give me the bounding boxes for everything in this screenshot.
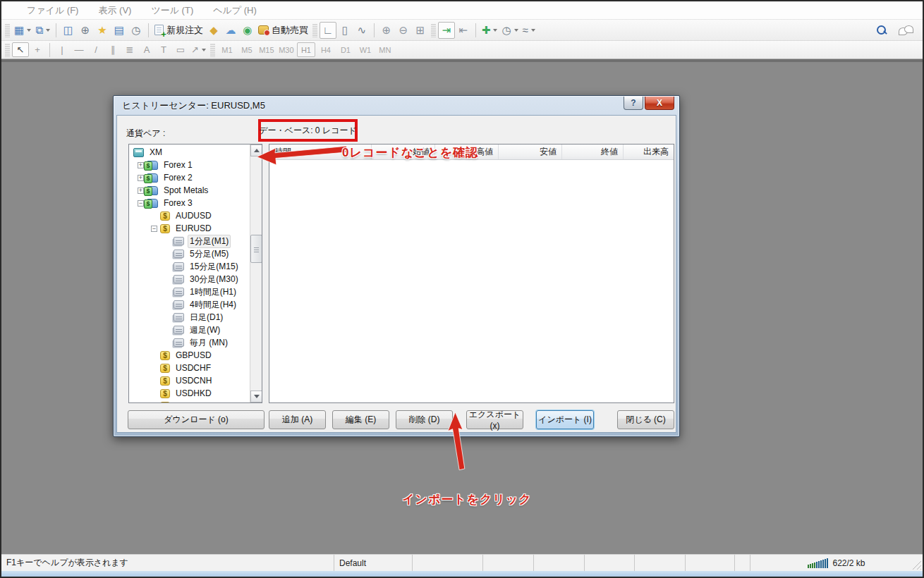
- menu-item-3[interactable]: ヘルプ (H): [203, 1, 267, 20]
- cursor-tool-button[interactable]: ↖: [12, 42, 29, 57]
- timeframe-mn[interactable]: MN: [376, 42, 394, 57]
- expand-plus-icon[interactable]: +: [138, 162, 144, 168]
- tile-windows-button[interactable]: ⊞: [412, 22, 429, 39]
- tree-item-30-m30-[interactable]: 30分足(M30): [129, 273, 250, 285]
- menu-item-0[interactable]: ファイル (F): [17, 1, 88, 20]
- auto-scroll-button[interactable]: ⇥: [438, 22, 455, 39]
- new-order-icon: [154, 25, 164, 35]
- tree-item-audusd[interactable]: $AUDUSD: [129, 209, 250, 222]
- db-icon: [174, 262, 184, 271]
- tree-item--w-[interactable]: 週足(W): [129, 324, 250, 336]
- dialog-help-button[interactable]: ?: [624, 97, 643, 110]
- zoom-in-button[interactable]: ⊕: [378, 22, 395, 39]
- chart-shift-button[interactable]: ⇤: [455, 22, 472, 39]
- toolbar-main: ▦⧉◫⊕★▤◷新規注文◆☁◉自動売買∟▯∿⊕⊖⊞⇥⇤✚◷≈: [1, 20, 923, 41]
- shapes-tool-icon: ▭: [176, 45, 185, 54]
- scroll-up-icon[interactable]: [250, 144, 262, 156]
- signals-button[interactable]: ◉: [239, 22, 256, 39]
- mql-community-button[interactable]: ☁: [222, 22, 239, 39]
- tree-item-usdcnh[interactable]: $USDCNH: [129, 374, 250, 387]
- timeframe-m1[interactable]: M1: [218, 42, 236, 57]
- metaeditor-button[interactable]: ◆: [205, 22, 222, 39]
- text-label-tool-button[interactable]: T: [155, 42, 172, 57]
- terminal-button[interactable]: ▤: [111, 22, 128, 39]
- import-button[interactable]: インポート (I): [536, 410, 594, 429]
- delete-button[interactable]: 削除 (D): [396, 410, 453, 429]
- tree-item-15-m15-[interactable]: 15分足(M15): [129, 260, 250, 273]
- new-order-button[interactable]: 新規注文: [152, 22, 205, 39]
- column-header-4[interactable]: 安値: [499, 144, 562, 159]
- trendline-tool-button[interactable]: /: [87, 42, 104, 57]
- status-profile[interactable]: Default: [334, 555, 413, 571]
- crosshair-tool-button[interactable]: +: [29, 42, 46, 57]
- toolbar-grip: [5, 23, 10, 37]
- timeframe-h4[interactable]: H4: [317, 42, 335, 57]
- edit-button[interactable]: 編集 (E): [332, 410, 389, 429]
- tree-item-usdhuf[interactable]: $USDHUF: [129, 400, 250, 403]
- templates-button[interactable]: ≈: [521, 22, 537, 39]
- text-tool-button[interactable]: A: [138, 42, 155, 57]
- scroll-down-icon[interactable]: [250, 391, 262, 402]
- tree-item-1-m1-[interactable]: 1分足(M1): [129, 235, 250, 247]
- timeframe-m30[interactable]: M30: [277, 42, 296, 57]
- vertical-line-tool-button[interactable]: |: [54, 42, 71, 57]
- profiles-button[interactable]: ⧉: [33, 22, 52, 39]
- close-button[interactable]: 閉じる (C): [617, 410, 674, 429]
- menu-item-1[interactable]: 表示 (V): [88, 1, 141, 20]
- timeframe-h1[interactable]: H1: [297, 42, 315, 57]
- tree-item-usdhkd[interactable]: $USDHKD: [129, 387, 250, 400]
- dialog-title: ヒストリーセンター: EURUSD,M5: [122, 96, 265, 115]
- tree-item-gbpusd[interactable]: $GBPUSD: [129, 349, 250, 362]
- scrollbar-thumb[interactable]: [250, 235, 262, 263]
- candlestick-chart-button[interactable]: ▯: [336, 22, 353, 39]
- tree-item-xm[interactable]: XM: [129, 146, 250, 159]
- line-chart-button[interactable]: ∿: [353, 22, 370, 39]
- channel-tool-button[interactable]: ∥: [104, 42, 121, 57]
- shapes-tool-button[interactable]: ▭: [172, 42, 189, 57]
- new-chart-button[interactable]: ▦: [12, 22, 33, 39]
- expand-plus-icon[interactable]: +: [138, 187, 144, 194]
- search-icon[interactable]: [876, 25, 887, 36]
- column-header-5[interactable]: 終値: [562, 144, 624, 159]
- zoom-out-button[interactable]: ⊖: [395, 22, 412, 39]
- timeframe-d1[interactable]: D1: [336, 42, 355, 57]
- tree-item-4-h4-[interactable]: 4時間足(H4): [129, 298, 250, 311]
- crosshair-tool-icon: +: [35, 45, 40, 54]
- horizontal-line-tool-button[interactable]: —: [71, 42, 87, 57]
- arrows-tool-button[interactable]: ↗: [189, 42, 208, 57]
- tree-item-1-h1-[interactable]: 1時間足(H1): [129, 285, 250, 298]
- tree-item-spot-metals[interactable]: +Spot Metals: [129, 184, 250, 197]
- export-button[interactable]: エクスポート (x): [466, 410, 523, 429]
- download-button[interactable]: ダウンロード (o): [128, 410, 265, 429]
- timeframe-m5[interactable]: M5: [238, 42, 256, 57]
- strategy-tester-button[interactable]: ◷: [128, 22, 145, 39]
- expand-plus-icon[interactable]: +: [138, 175, 144, 181]
- collapse-minus-icon[interactable]: −: [138, 200, 144, 207]
- tree-item-forex-1[interactable]: +Forex 1: [129, 159, 250, 171]
- tree-item-forex-2[interactable]: +Forex 2: [129, 171, 250, 184]
- navigator-button[interactable]: ★: [94, 22, 111, 39]
- add-button[interactable]: 追加 (A): [269, 410, 326, 429]
- tree-item-5-m5-[interactable]: 5分足(M5): [129, 247, 250, 260]
- tree-item-forex-3[interactable]: −Forex 3: [129, 197, 250, 209]
- menu-item-2[interactable]: ツール (T): [141, 1, 203, 20]
- tree-item--d1-[interactable]: 日足(D1): [129, 311, 250, 324]
- community-chat-icon[interactable]: [899, 25, 913, 36]
- timeframe-w1[interactable]: W1: [356, 42, 375, 57]
- auto-trading-button[interactable]: 自動売買: [256, 22, 310, 39]
- market-watch-button[interactable]: ◫: [60, 22, 77, 39]
- tree-item-label: 4時間足(H4): [188, 298, 238, 312]
- tree-item-usdchf[interactable]: $USDCHF: [129, 362, 250, 374]
- tree-item-eurusd[interactable]: −$EURUSD: [129, 222, 250, 235]
- column-header-6[interactable]: 出来高: [624, 144, 674, 159]
- fibonacci-tool-button[interactable]: ≣: [121, 42, 138, 57]
- tree-scrollbar[interactable]: [250, 144, 262, 402]
- tree-item--mn-[interactable]: 毎月 (MN): [129, 336, 250, 349]
- dialog-close-button[interactable]: X: [645, 97, 674, 110]
- periods-button[interactable]: ◷: [499, 22, 520, 39]
- timeframe-m15[interactable]: M15: [257, 42, 276, 57]
- bar-chart-button[interactable]: ∟: [320, 22, 336, 39]
- indicators-button[interactable]: ✚: [480, 22, 500, 39]
- collapse-minus-icon[interactable]: −: [151, 226, 157, 232]
- data-window-button[interactable]: ⊕: [77, 22, 94, 39]
